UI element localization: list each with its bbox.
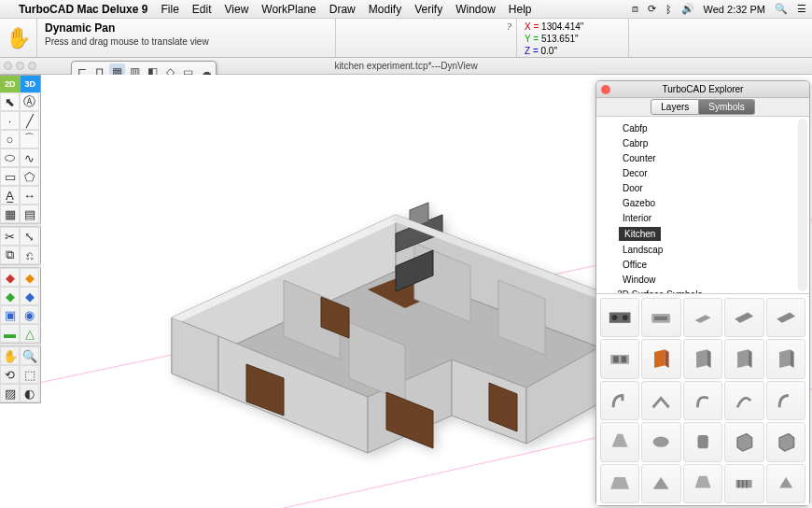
clock[interactable]: Wed 2:32 PM — [704, 4, 765, 15]
text-tool[interactable]: Ⓐ — [20, 92, 39, 111]
tree-scrollbar[interactable] — [798, 119, 807, 291]
extrude-red-tool[interactable]: ◆ — [0, 268, 20, 287]
pan-tool[interactable]: ✋ — [0, 346, 20, 365]
close-button[interactable] — [601, 85, 610, 94]
fill-tool[interactable]: ▤ — [20, 205, 39, 223]
symbol-cabinet-gray2[interactable] — [724, 339, 763, 378]
coordinates-readout: X = 1304.414" Y = 513.651" Z = 0.0" — [517, 19, 629, 57]
symbol-faucet2[interactable] — [641, 381, 680, 420]
prim-cone-tool[interactable]: △ — [20, 324, 39, 343]
category-decor[interactable]: Decor — [619, 166, 809, 180]
annotation-tool[interactable]: A̲ — [0, 186, 20, 205]
symbol-counter1[interactable] — [683, 298, 722, 337]
prim-cyl-tool[interactable]: ▬ — [0, 324, 20, 343]
symbol-faucet3[interactable] — [683, 381, 722, 420]
shade-tool[interactable]: ▨ — [0, 384, 20, 402]
menu-file[interactable]: File — [161, 3, 178, 16]
volume-icon[interactable]: 🔊 — [681, 3, 694, 15]
menu-edit[interactable]: Edit — [192, 3, 212, 16]
app-name[interactable]: TurboCAD Mac Deluxe 9 — [19, 3, 147, 16]
zoom-tool[interactable]: 🔍 — [20, 346, 39, 365]
point-tool[interactable]: · — [0, 111, 20, 130]
category-window[interactable]: Window — [619, 273, 809, 287]
symbol-faucet4[interactable] — [724, 381, 763, 420]
symbol-fixture1[interactable] — [641, 422, 680, 461]
explorer-panel: TurboCAD Explorer Layers Symbols Cabfp C… — [595, 80, 810, 506]
solid-green-tool[interactable]: ◆ — [0, 287, 20, 305]
circle-tool[interactable]: ○ — [0, 130, 20, 148]
category-counter[interactable]: Counter — [619, 151, 809, 165]
hatch-tool[interactable]: ▦ — [0, 205, 20, 223]
window-traffic-lights[interactable] — [4, 62, 36, 70]
menu-help[interactable]: Help — [509, 3, 532, 16]
category-interior[interactable]: Interior — [619, 211, 809, 225]
symbol-cabinet-gray3[interactable] — [766, 339, 805, 378]
category-cabfp[interactable]: Cabfp — [619, 121, 809, 135]
menu-modify[interactable]: Modify — [369, 3, 401, 16]
dropbox-icon[interactable]: ⧈ — [632, 3, 638, 15]
toggle-3d[interactable]: 3D — [21, 76, 41, 92]
ellipse-tool[interactable]: ⬭ — [0, 148, 20, 167]
symbol-box1[interactable] — [724, 422, 763, 461]
solid-blue-tool[interactable]: ◆ — [20, 287, 39, 305]
spotlight-icon[interactable]: 🔍 — [775, 3, 788, 15]
help-icon[interactable]: ? — [507, 21, 512, 32]
symbol-tree[interactable]: Cabfp Cabrp Counter Decor Door Gazebo In… — [596, 117, 809, 294]
symbol-faucet5[interactable] — [766, 381, 805, 420]
section-3d-surface[interactable]: 3D Surface Symbols — [608, 288, 809, 294]
category-door[interactable]: Door — [619, 181, 809, 195]
wireframe-tool[interactable]: ⬚ — [20, 365, 39, 384]
tab-symbols[interactable]: Symbols — [699, 99, 754, 115]
symbol-hood2[interactable] — [600, 464, 639, 503]
prim-sphere-tool[interactable]: ◉ — [20, 305, 39, 324]
toggle-2d[interactable]: 2D — [0, 76, 21, 92]
symbol-sink2[interactable] — [600, 339, 639, 378]
select-tool[interactable]: ⬉ — [0, 92, 20, 111]
category-cabrp[interactable]: Cabrp — [619, 136, 809, 150]
line-tool[interactable]: ╱ — [20, 111, 39, 130]
symbol-hood5[interactable] — [766, 464, 805, 503]
rect-tool[interactable]: ▭ — [0, 167, 20, 186]
symbol-counter3[interactable] — [766, 298, 805, 337]
symbol-hood1[interactable] — [600, 422, 639, 461]
category-office[interactable]: Office — [619, 258, 809, 272]
symbol-counter2[interactable] — [724, 298, 763, 337]
svg-marker-29 — [695, 315, 711, 322]
notification-icon[interactable]: ☰ — [797, 3, 806, 15]
menu-window[interactable]: Window — [455, 3, 496, 16]
symbol-cooktop[interactable] — [600, 298, 639, 337]
symbol-vent[interactable] — [724, 464, 763, 503]
offset-tool[interactable]: ⧉ — [0, 246, 20, 264]
sync-icon[interactable]: ⟳ — [648, 3, 656, 15]
menu-workplane[interactable]: WorkPlane — [261, 3, 315, 16]
symbol-faucet1[interactable] — [600, 381, 639, 420]
category-landscap[interactable]: Landscap — [619, 243, 809, 257]
symbol-hood3[interactable] — [641, 464, 680, 503]
symbol-disposal[interactable] — [683, 422, 722, 461]
symbol-hood4[interactable] — [683, 464, 722, 503]
symbol-sink[interactable] — [641, 298, 680, 337]
trim-tool[interactable]: ✂ — [0, 227, 20, 246]
dimension-tool[interactable]: ↔ — [20, 186, 39, 205]
extend-tool[interactable]: ⤡ — [20, 227, 39, 246]
prim-box-tool[interactable]: ▣ — [0, 305, 20, 324]
render-tool[interactable]: ◐ — [20, 384, 39, 402]
svg-marker-41 — [779, 350, 790, 369]
symbol-cabinet-gray1[interactable] — [683, 339, 722, 378]
menu-draw[interactable]: Draw — [329, 3, 356, 16]
orbit-tool[interactable]: ⟲ — [0, 365, 20, 384]
polygon-tool[interactable]: ⬠ — [20, 167, 39, 186]
spline-tool[interactable]: ∿ — [20, 148, 39, 167]
bluetooth-icon[interactable]: ᛒ — [665, 4, 672, 15]
mirror-tool[interactable]: ⎌ — [20, 246, 39, 264]
extrude-orange-tool[interactable]: ◆ — [20, 268, 39, 287]
category-kitchen[interactable]: Kitchen — [619, 227, 661, 241]
menu-verify[interactable]: Verify — [414, 3, 442, 16]
tab-layers[interactable]: Layers — [651, 99, 699, 115]
category-gazebo[interactable]: Gazebo — [619, 196, 809, 210]
arc-tool[interactable]: ⌒ — [20, 130, 39, 148]
menu-view[interactable]: View — [225, 3, 249, 16]
symbol-cabinet-wood[interactable] — [641, 339, 680, 378]
symbol-box2[interactable] — [766, 422, 805, 461]
svg-marker-38 — [707, 350, 710, 369]
